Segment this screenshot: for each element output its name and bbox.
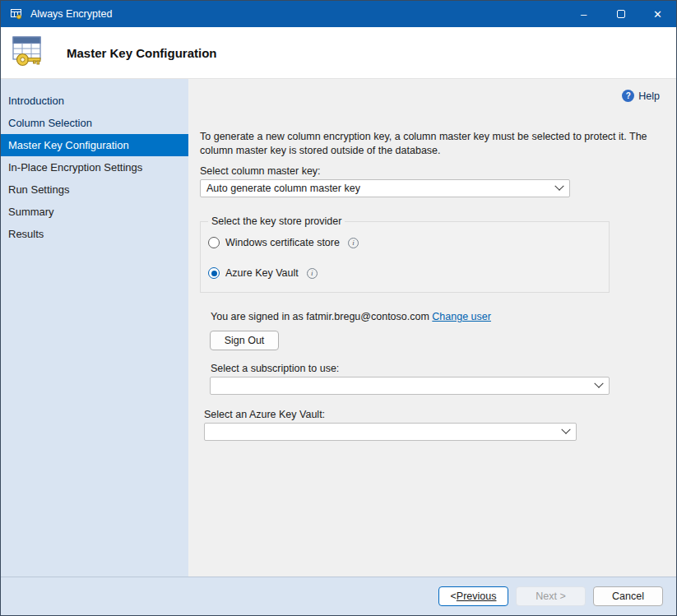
window-title: Always Encrypted <box>30 8 112 20</box>
minimize-button[interactable]: – <box>565 1 602 27</box>
key-store-provider-title: Select the key store provider <box>208 215 345 227</box>
dialog-header: Master Key Configuration <box>1 27 676 79</box>
chevron-down-icon <box>554 182 563 191</box>
master-key-dropdown-value: Auto generate column master key <box>206 183 360 194</box>
previous-button[interactable]: < Previous <box>438 586 508 606</box>
always-encrypted-dialog: Always Encrypted – ✕ Master Key Configur… <box>0 0 677 616</box>
maximize-button[interactable] <box>602 1 639 27</box>
main-area: Introduction Column Selection Master Key… <box>1 79 676 577</box>
chevron-down-icon <box>594 379 603 388</box>
next-button[interactable]: Next > <box>516 586 586 606</box>
wizard-steps-sidebar: Introduction Column Selection Master Key… <box>1 79 188 577</box>
windows-certificate-store-option[interactable]: Windows certificate store i <box>208 237 599 248</box>
cancel-button[interactable]: Cancel <box>593 586 663 606</box>
azure-key-vault-label: Azure Key Vault <box>225 267 299 279</box>
radio-unchecked-icon[interactable] <box>208 237 220 248</box>
vault-dropdown[interactable] <box>204 423 577 441</box>
maximize-icon <box>617 10 625 18</box>
azure-key-vault-option[interactable]: Azure Key Vault i <box>208 267 599 279</box>
help-link[interactable]: ? Help <box>622 90 660 102</box>
sidebar-item-run-settings[interactable]: Run Settings <box>1 178 188 201</box>
windows-certificate-store-label: Windows certificate store <box>225 237 340 248</box>
subscription-dropdown[interactable] <box>210 377 610 395</box>
page-title: Master Key Configuration <box>67 46 217 60</box>
sidebar-item-summary[interactable]: Summary <box>1 201 188 223</box>
change-user-link[interactable]: Change user <box>432 311 491 322</box>
help-icon: ? <box>622 90 634 102</box>
info-icon[interactable]: i <box>307 268 318 279</box>
sidebar-item-master-key-configuration[interactable]: Master Key Configuration <box>1 134 188 156</box>
signin-status: You are signed in as fatmir.bregu@contos… <box>211 311 665 322</box>
previous-button-prefix: < <box>451 591 457 602</box>
content-pane: ? Help To generate a new column encrypti… <box>188 79 676 577</box>
title-bar[interactable]: Always Encrypted – ✕ <box>1 1 676 27</box>
close-button[interactable]: ✕ <box>639 1 676 27</box>
footer-bar: < Previous Next > Cancel <box>1 577 676 615</box>
sidebar-item-column-selection[interactable]: Column Selection <box>1 112 188 134</box>
master-key-label: Select column master key: <box>200 165 665 177</box>
help-label: Help <box>638 90 660 102</box>
sidebar-item-results[interactable]: Results <box>1 223 188 245</box>
subscription-label: Select a subscription to use: <box>211 363 665 374</box>
radio-checked-icon[interactable] <box>208 267 220 279</box>
master-key-dropdown[interactable]: Auto generate column master key <box>200 179 570 197</box>
master-key-icon <box>11 33 49 72</box>
vault-label: Select an Azure Key Vault: <box>204 409 665 420</box>
sidebar-item-in-place-encryption-settings[interactable]: In-Place Encryption Settings <box>1 156 188 178</box>
previous-button-label: Previous <box>457 591 497 602</box>
info-icon[interactable]: i <box>348 238 359 248</box>
sidebar-item-introduction[interactable]: Introduction <box>1 90 188 112</box>
intro-text: To generate a new column encryption key,… <box>200 130 665 158</box>
sign-out-button[interactable]: Sign Out <box>210 331 279 350</box>
signin-text: You are signed in as fatmir.bregu@contos… <box>211 311 429 322</box>
key-store-provider-group: Select the key store provider Windows ce… <box>200 215 610 293</box>
app-icon <box>10 7 23 21</box>
chevron-down-icon <box>561 425 570 434</box>
